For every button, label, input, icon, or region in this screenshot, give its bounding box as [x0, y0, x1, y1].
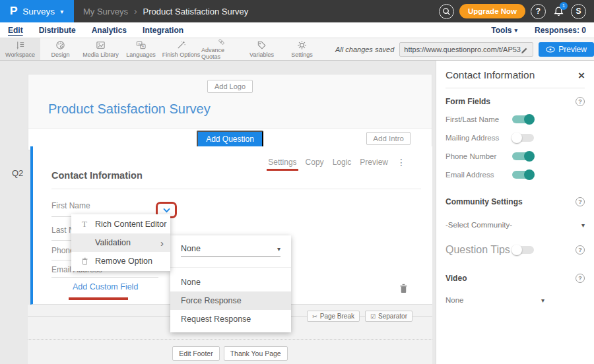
help-icon[interactable]: ?	[576, 197, 585, 206]
question-action-preview[interactable]: Preview	[360, 158, 388, 167]
upgrade-now-button[interactable]: Upgrade Now	[459, 4, 525, 18]
submenu-divider	[170, 267, 291, 268]
delete-question-button[interactable]	[399, 284, 408, 293]
field-menu-chevron-icon[interactable]	[162, 208, 171, 213]
toolbar-item-advance-quotas[interactable]: Advance Quotas	[201, 38, 242, 60]
toggle-row-question-tips: Question Tips ?	[446, 245, 585, 255]
add-question-button[interactable]: Add Question	[197, 131, 263, 148]
footer-dotted-line	[28, 339, 432, 340]
video-label: Video	[446, 274, 467, 283]
upgrade-now-label: Upgrade Now	[468, 7, 517, 15]
toolbar-item-settings[interactable]: Settings	[282, 38, 322, 60]
avatar-initial: S	[576, 7, 581, 16]
tools-label: Tools	[491, 26, 512, 35]
nav-right: Tools ▾ Responses: 0	[491, 26, 586, 35]
help-icon[interactable]: ?	[576, 97, 585, 106]
tab-distribute[interactable]: Distribute	[39, 26, 76, 35]
text-format-icon: T	[80, 219, 89, 229]
page-break-label: Page Break	[320, 313, 354, 320]
toolbar-label: Design	[51, 51, 69, 58]
menu-item-remove-option[interactable]: Remove Option	[71, 252, 170, 270]
menu-item-label: Remove Option	[95, 257, 152, 266]
trash-icon	[80, 257, 89, 265]
menu-item-validation[interactable]: Validation ›	[71, 233, 170, 252]
chain-links-icon	[216, 38, 226, 46]
question-tips-toggle[interactable]	[512, 246, 534, 254]
question-action-settings[interactable]: Settings	[268, 158, 296, 167]
chevron-down-icon: ▾	[60, 8, 63, 15]
help-button[interactable]: ?	[531, 4, 546, 19]
preview-button[interactable]: Preview	[539, 42, 594, 57]
email-address-toggle[interactable]	[512, 171, 534, 179]
settings-label: Settings	[268, 158, 296, 167]
add-intro-button[interactable]: Add Intro	[366, 132, 411, 145]
annotation-underline-settings	[267, 169, 298, 171]
edit-footer-button[interactable]: Edit Footer	[172, 346, 219, 361]
toggle-label: Mailing Address	[446, 134, 512, 142]
toggle-row-email-address: Email Address	[446, 169, 585, 180]
eye-icon	[546, 46, 555, 53]
search-button[interactable]	[439, 4, 454, 19]
notification-badge: 1	[560, 2, 568, 10]
help-icon[interactable]: ?	[576, 274, 585, 283]
help-icon[interactable]: ?	[576, 245, 585, 255]
community-select-value: -Select Community-	[446, 221, 512, 229]
validation-select[interactable]: None ▾	[181, 244, 280, 257]
question-title[interactable]: Contact Information	[51, 170, 143, 181]
question-actions: Settings Copy Logic Preview ⋮	[268, 157, 406, 167]
toolbar-label: Advance Quotas	[201, 47, 242, 60]
question-number: Q2	[12, 168, 23, 178]
preview-label: Preview	[558, 45, 587, 54]
community-select[interactable]: -Select Community- ▾	[446, 221, 585, 229]
validation-option-force-response[interactable]: Force Response	[170, 291, 291, 310]
add-custom-field-link[interactable]: Add Custom Field	[73, 282, 138, 291]
more-options-icon[interactable]: ⋮	[397, 157, 406, 167]
toolbar-item-variables[interactable]: Variables	[242, 38, 282, 60]
tab-edit[interactable]: Edit	[8, 26, 23, 35]
breadcrumb-my-surveys[interactable]: My Surveys	[83, 7, 128, 16]
toolbar-item-workspace[interactable]: Workspace	[0, 38, 40, 60]
menu-item-rich-content-editor[interactable]: T Rich Content Editor	[71, 215, 170, 233]
svg-text:x: x	[139, 42, 141, 46]
media-library-icon	[96, 40, 106, 50]
survey-url-field[interactable]: https://www.questionpro.com/t/AP53kZgUI	[399, 42, 533, 57]
question-action-copy[interactable]: Copy	[306, 158, 324, 167]
validation-option-none[interactable]: None	[170, 273, 291, 291]
breadcrumb-separator-icon: ›	[134, 6, 137, 16]
editor-toolbar: Workspace Design Media Library xA Langua…	[0, 38, 594, 61]
toolbar-item-finish-options[interactable]: Finish Options	[161, 38, 201, 60]
tab-analytics[interactable]: Analytics	[92, 26, 127, 35]
separator-button[interactable]: ☑ Separator	[365, 311, 412, 322]
survey-title[interactable]: Product Satisfaction Survey	[48, 102, 432, 117]
add-logo-button[interactable]: Add Logo	[207, 80, 253, 93]
chevron-down-icon: ▾	[514, 27, 517, 34]
product-switcher[interactable]: P Surveys ▾	[0, 0, 74, 22]
first-last-name-toggle[interactable]	[512, 115, 534, 123]
toggle-label: Phone Number	[446, 152, 512, 160]
phone-number-toggle[interactable]	[512, 152, 534, 160]
page-break-button[interactable]: ✂ Page Break	[307, 311, 360, 322]
account-avatar[interactable]: S	[571, 4, 586, 19]
close-icon[interactable]: ×	[578, 70, 585, 81]
question-tips-label: Question Tips	[446, 244, 512, 256]
validation-submenu: None ▾ None Force Response Request Respo…	[170, 235, 291, 332]
question-action-logic[interactable]: Logic	[333, 158, 352, 167]
tools-menu[interactable]: Tools ▾	[491, 26, 517, 35]
pencil-icon[interactable]	[521, 46, 529, 53]
notifications-button[interactable]: 1	[551, 4, 566, 19]
toolbar-item-languages[interactable]: xA Languages	[121, 38, 161, 60]
workspace-icon	[15, 40, 25, 50]
scissors-icon: ✂	[312, 313, 317, 320]
field-first-name[interactable]: First Name	[51, 201, 90, 210]
mailing-address-toggle[interactable]	[512, 134, 534, 142]
toolbar-item-media-library[interactable]: Media Library	[81, 38, 121, 60]
chevron-down-icon: ▾	[277, 245, 280, 253]
video-select[interactable]: None ▾	[446, 296, 544, 304]
panel-divider	[446, 88, 585, 88]
validation-option-request-response[interactable]: Request Response	[170, 310, 291, 328]
toolbar-label: Media Library	[82, 51, 119, 58]
toolbar-item-design[interactable]: Design	[40, 38, 81, 60]
thank-you-page-button[interactable]: Thank You Page	[224, 346, 288, 361]
tab-integration[interactable]: Integration	[143, 26, 183, 35]
trash-icon	[399, 284, 408, 293]
